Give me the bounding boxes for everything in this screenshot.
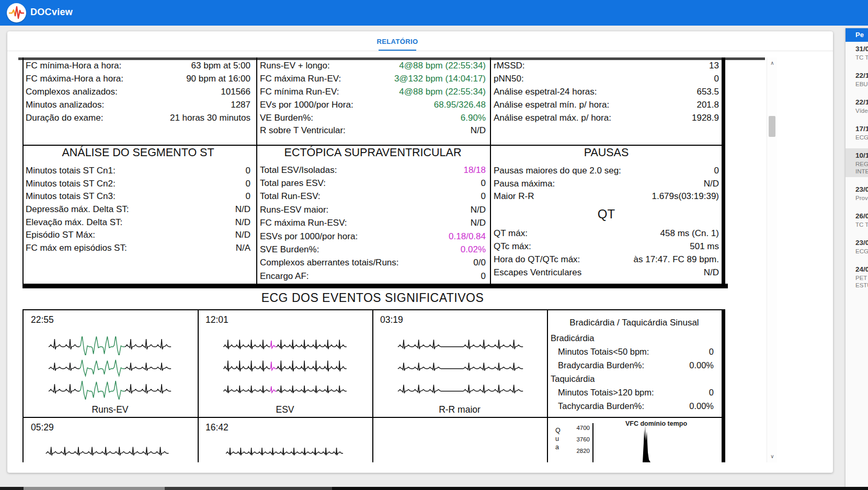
app-title: DOCview — [30, 7, 73, 18]
event-grid-top — [22, 309, 725, 310]
scroll-down-icon[interactable]: ∨ — [767, 451, 778, 462]
exam-date: 26/06 — [855, 211, 868, 221]
taskbar-segment — [0, 487, 24, 490]
brady-group-label: Taquicárdia — [551, 372, 714, 386]
scrollbar-thumb[interactable] — [769, 116, 775, 137]
exam-date: 17/11 — [855, 124, 868, 134]
vfc-axis-letter: Q — [555, 426, 561, 435]
summary-column-1: FC mínima-Hora a hora:63 bpm at 5:00FC m… — [26, 60, 250, 124]
event-time: 05:29 — [31, 422, 54, 433]
exam-date: 23/08 — [855, 184, 868, 194]
sidebar-item[interactable]: 31/01TC TO — [846, 42, 868, 63]
ecg-strip — [47, 358, 173, 377]
exam-description: Prova — [855, 194, 868, 202]
event-time: 16:42 — [205, 422, 229, 433]
table-divider-2 — [490, 57, 491, 284]
exam-date: 23/06 — [855, 238, 868, 248]
summary-column-2: Runs-EV + longo:4@88 bpm (22:55:34)FC má… — [260, 60, 486, 137]
report-row: Total pares ESV:0 — [260, 177, 486, 190]
exam-description: TC TO — [855, 54, 868, 61]
taskbar-segment — [165, 487, 332, 490]
report-row: Minutos analizados:1287 — [26, 98, 250, 111]
table-border-right — [722, 57, 725, 288]
event-time: 12:01 — [205, 314, 229, 325]
vfc-histogram — [638, 425, 659, 462]
exam-date: 22/11 — [855, 71, 868, 80]
report-row: Análise espetral máx. p/ hora:1928.9 — [494, 111, 719, 124]
report-row: FC máxima Run-ESV:N/D — [260, 217, 486, 230]
report-row: FC máxima Run-EV:3@132 bpm (14:04:17) — [260, 73, 486, 86]
exam-date: 22/11 — [855, 97, 868, 107]
scroll-up-icon[interactable]: ∧ — [767, 57, 778, 69]
ecg-strip — [225, 443, 344, 462]
report-row: Minutos Totais<50 bpm:0 — [551, 345, 714, 358]
tab-relatorio[interactable]: RELATÓRIO — [361, 31, 434, 51]
exam-description: TC TO — [855, 221, 868, 228]
report-row: FC máx em episódios ST:N/A — [26, 242, 250, 255]
report-row: rMSSD:13 — [494, 60, 719, 73]
report-card: RELATÓRIO FC mínima-Hora a hora:63 bpm a… — [7, 31, 833, 473]
event-label: ESV — [198, 404, 372, 415]
table-bottom-rule — [22, 284, 728, 288]
exam-date: 24/01 — [855, 264, 868, 274]
sidebar-item[interactable]: 17/11ECG s — [846, 122, 868, 143]
report-row: Minutos totais ST Cn2:0 — [26, 178, 250, 191]
ecg-strip — [44, 443, 170, 462]
ecg-strip — [222, 358, 348, 377]
qt-section-title: QT — [494, 207, 719, 221]
event-grid-row-divider — [22, 417, 723, 418]
event-grid-left — [22, 309, 24, 462]
report-row: EVs por 1000/por Hora:68.95/326.48 — [260, 98, 486, 111]
table-section-rule — [22, 145, 725, 146]
sidebar-item[interactable]: 22/11EBUS — [846, 68, 868, 90]
event-label: Runs-EV — [22, 404, 198, 415]
report-scrollbar[interactable]: ∧ ∨ — [767, 57, 777, 462]
vfc-axis-letter: u — [555, 435, 561, 443]
event-grid-right — [722, 309, 725, 462]
exam-date: 31/01 — [855, 44, 868, 54]
report-row: Bradycardia Burden%:0.00% — [551, 358, 714, 372]
report-viewport: FC mínima-Hora a hora:63 bpm at 5:00FC m… — [18, 57, 765, 462]
report-row: Escapes VentricularesN/D — [494, 266, 719, 279]
sv-section-title: ECTÓPICA SUPRAVENTRICULAR — [258, 146, 488, 159]
event-grid-divider-1 — [198, 309, 199, 462]
table-divider-1 — [256, 57, 257, 284]
report-row: Depressão máx. Delta ST:N/D — [26, 203, 250, 216]
exam-description: EBUS — [855, 80, 868, 88]
event-time: 22:55 — [31, 314, 54, 325]
report-row: Minutos Totais>120 bpm:0 — [551, 386, 714, 399]
exam-description: REGIS INTER — [855, 160, 868, 175]
report-row: FC máxima-Hora a hora:90 bpm at 16:00 — [26, 73, 250, 86]
sidebar-item[interactable]: 10/10REGIS INTER — [846, 148, 868, 177]
sidebar-item[interactable]: 22/11Vídeo — [846, 95, 868, 116]
event-grid-divider-3 — [547, 309, 548, 462]
pausas-section-rows: Pausas maiores do que 2.0 seg:0Pausa máx… — [494, 165, 719, 203]
report-row: FC mínima Run-EV:4@88 bpm (22:55:34) — [260, 86, 486, 99]
event-label: R-R maior — [372, 404, 547, 415]
report-row: Complexos aberrantes totais/Runs:0/0 — [260, 256, 486, 270]
ecg-strip — [396, 358, 524, 377]
report-row: QTc máx:501 ms — [494, 240, 719, 253]
report-row: R sobre T Ventricular:N/D — [260, 124, 486, 137]
sidebar-header: Pe — [846, 28, 868, 42]
report-row: Total Run-ESV:0 — [260, 190, 486, 203]
report-row: Hora do QT/QTc máx:às 17:47. FC 89 bpm. — [494, 253, 719, 266]
event-grid-divider-2 — [372, 309, 373, 462]
report-row: Complexos analizados:101566 — [26, 86, 250, 99]
brady-tachy-title: Bradicárdia / Taquicárdia Sinusal — [551, 318, 718, 328]
sv-section-rows: Total ESV/Isoladas:18/18Total pares ESV:… — [260, 164, 486, 283]
taskbar-segment — [24, 487, 165, 490]
sidebar-item[interactable]: 24/01PET - ESTU — [846, 262, 868, 291]
exam-list-sidebar: Pe 31/01TC TO22/11EBUS22/11Vídeo17/11ECG… — [846, 28, 868, 490]
sidebar-item[interactable]: 23/08Prova — [846, 182, 868, 204]
vfc-axis-letter: a — [555, 443, 561, 451]
sidebar-items: 31/01TC TO22/11EBUS22/11Vídeo17/11ECG s1… — [846, 42, 868, 291]
report-row: Tachycardia Burden%:0.00% — [551, 399, 714, 413]
exam-description: PET - ESTU — [855, 274, 868, 289]
report-row: Total ESV/Isoladas:18/18 — [260, 164, 486, 177]
tab-bar: RELATÓRIO — [7, 31, 833, 51]
sidebar-item[interactable]: 23/06ECG s — [846, 236, 868, 257]
summary-column-3: rMSSD:13pNN50:0Análise espetral-24 horas… — [494, 60, 719, 124]
report-row: SVE Burden%:0.02% — [260, 243, 486, 256]
sidebar-item[interactable]: 26/06TC TO — [846, 209, 868, 230]
